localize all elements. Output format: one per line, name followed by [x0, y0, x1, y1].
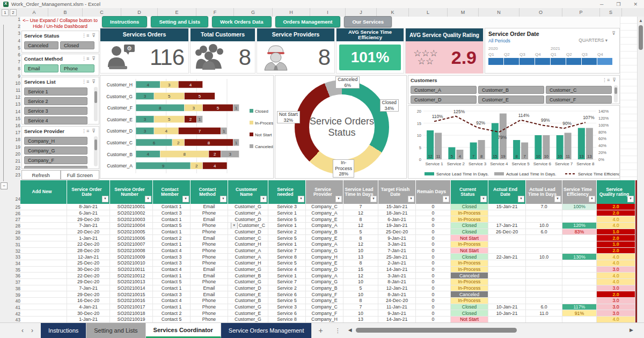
cell-addnew[interactable]	[20, 241, 67, 248]
vertical-scroll-thumb[interactable]	[639, 25, 643, 50]
column-header-M[interactable]: M	[448, 8, 479, 17]
cell-efficiency[interactable]	[562, 273, 597, 279]
sheet-tab-service-orders-management[interactable]: Service Orders Management	[221, 323, 312, 338]
cell-actual-lead[interactable]	[526, 210, 562, 217]
table-header-add-new[interactable]: Add New	[20, 180, 67, 204]
cell-service[interactable]: Service 3	[268, 204, 306, 210]
row-number-8[interactable]: 8	[8, 66, 22, 71]
cell-lead[interactable]: 12	[343, 223, 378, 229]
column-header-C[interactable]: C	[83, 8, 121, 17]
cell-service[interactable]: Service 5	[268, 260, 306, 267]
cell-customer[interactable]: Customer_E	[228, 310, 268, 317]
cell-service[interactable]: Service 3	[268, 304, 306, 311]
sheet-tab-services-coordinator[interactable]: Services Coordinator	[146, 323, 221, 338]
cell-addnew[interactable]	[20, 273, 67, 279]
cell-quality[interactable]: 1.0	[597, 229, 635, 236]
cell-service[interactable]: Service 5	[268, 298, 306, 304]
cell-actual-end[interactable]	[488, 248, 526, 254]
cell-remain[interactable]: 0	[416, 273, 451, 279]
cell-quality[interactable]: 3.0	[597, 310, 635, 317]
cell-quality[interactable]: 3.0	[597, 285, 635, 292]
cell-status[interactable]: Canceled	[451, 273, 488, 279]
cell-addnew[interactable]	[20, 235, 67, 241]
cell-number[interactable]: SO20210015	[110, 291, 153, 298]
cell-customer[interactable]: ▼Customer_C	[228, 223, 268, 229]
row-number-2[interactable]: 2	[8, 24, 22, 29]
row-number-13[interactable]: 13	[8, 101, 22, 107]
cell-provider[interactable]: Company_G	[306, 279, 343, 285]
cell-addnew[interactable]	[20, 279, 67, 285]
cell-efficiency[interactable]: 117%	[562, 304, 597, 311]
cell-addnew[interactable]	[20, 229, 67, 236]
cell-service[interactable]: Service 6	[268, 291, 306, 298]
row-number-33[interactable]: 33	[8, 254, 22, 260]
cell-lead[interactable]: 8	[343, 260, 378, 267]
cell-contact[interactable]: Contact 5	[153, 317, 191, 323]
cell-service[interactable]: Service 1	[268, 241, 306, 248]
cell-provider[interactable]: Company_E	[306, 235, 343, 241]
cell-lead[interactable]: 10	[343, 291, 378, 298]
row-number-4[interactable]: 4	[8, 38, 22, 43]
row-number-32[interactable]: 32	[8, 248, 22, 254]
cell-provider[interactable]: Company_A	[306, 241, 343, 248]
cell-provider[interactable]: Company_A	[306, 223, 343, 229]
slicer-scrollbar[interactable]	[94, 87, 98, 121]
cell-addnew[interactable]	[20, 304, 67, 311]
cell-number[interactable]: SO20210011	[110, 267, 153, 273]
cell-remain[interactable]: 0	[416, 254, 451, 260]
cell-lead[interactable]: 12	[343, 210, 378, 217]
slicer-item-phone[interactable]: Phone	[60, 64, 94, 72]
cell-remain[interactable]: 0	[416, 317, 451, 323]
column-filter-button[interactable]: ▼	[408, 196, 414, 202]
column-header-J[interactable]: J	[346, 8, 377, 17]
scroll-left-arrow[interactable]: ◀	[348, 327, 352, 333]
timeline-bar-2020-Q1[interactable]	[488, 58, 503, 65]
cell-efficiency[interactable]: 83%	[562, 229, 597, 236]
cell-provider[interactable]: Company_F	[306, 291, 343, 298]
cell-efficiency[interactable]: 91%	[562, 310, 597, 317]
slicer-item-service 3[interactable]: Service 3	[24, 107, 87, 115]
row-number-11[interactable]: 11	[8, 87, 22, 93]
cell-addnew[interactable]	[20, 210, 67, 217]
cell-contact[interactable]: Contact 1	[153, 204, 191, 210]
cell-target[interactable]: 7-Jan-21	[378, 248, 416, 254]
cell-status[interactable]: In-Process	[451, 298, 488, 304]
cell-provider[interactable]: Company_C	[306, 204, 343, 210]
cell-date[interactable]: 29-Dec-20	[67, 279, 110, 285]
cell-contact[interactable]: Contact 4	[153, 298, 191, 304]
cell-contact[interactable]: Contact 1	[153, 273, 191, 279]
cell-remain[interactable]: 0	[416, 291, 451, 298]
cell-addnew[interactable]	[20, 254, 67, 260]
cell-number[interactable]: SO20210016	[110, 298, 153, 304]
cell-target[interactable]: 3-Jan-21	[378, 241, 416, 248]
cell-actual-lead[interactable]	[526, 267, 562, 273]
cell-actual-lead[interactable]	[526, 248, 562, 254]
cell-lead[interactable]: 12	[343, 241, 378, 248]
cell-provider[interactable]: Company_E	[306, 260, 343, 267]
nav-button-setting-and-lists[interactable]: Setting and Lists	[151, 16, 208, 27]
table-header-current-status[interactable]: Current Status▼	[451, 180, 488, 204]
vertical-scrollbar[interactable]: ▲	[637, 17, 644, 323]
cell-addnew[interactable]	[20, 248, 67, 254]
cell-target[interactable]: 25-Jan-21	[378, 254, 416, 260]
cell-provider[interactable]: Company_F	[306, 310, 343, 317]
cell-customer[interactable]: Customer_A	[228, 210, 268, 217]
cell-number[interactable]: SO20210012	[110, 273, 153, 279]
row-number-10[interactable]: 10	[8, 80, 22, 86]
cell-customer[interactable]: Customer_A	[228, 248, 268, 254]
cell-date[interactable]: 4-Jan-21	[67, 304, 110, 311]
cell-efficiency[interactable]	[562, 216, 597, 223]
cell-lead[interactable]: 8	[343, 298, 378, 304]
column-header-I[interactable]: I	[310, 8, 346, 17]
cell-service[interactable]: Service 2	[268, 229, 306, 236]
cell-method[interactable]: Email	[191, 285, 228, 292]
cell-number[interactable]: SO20210019	[110, 317, 153, 323]
cell-lead[interactable]: 10	[343, 279, 378, 285]
cell-addnew[interactable]	[20, 310, 67, 317]
timeline-clear-filter-icon[interactable]: ⊽	[610, 31, 617, 36]
cell-status[interactable]: Closed	[451, 310, 488, 317]
cell-customer[interactable]: Customer_B	[228, 298, 268, 304]
cell-service[interactable]: Service 1	[268, 273, 306, 279]
row-number-21[interactable]: 21	[8, 158, 22, 164]
row-number-30[interactable]: 30	[8, 236, 22, 241]
